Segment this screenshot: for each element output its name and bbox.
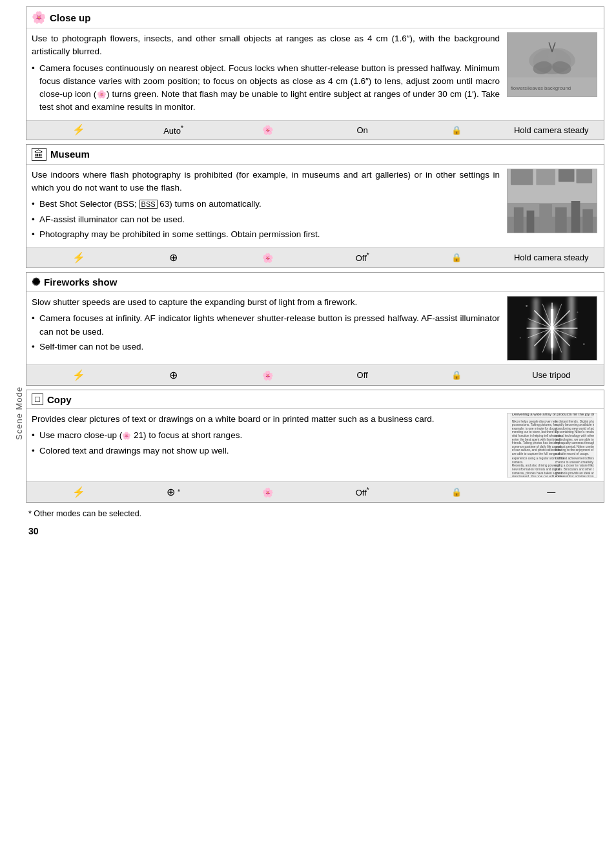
fireworks-vr-cell: 🔒: [409, 369, 504, 381]
copy-list: Use macro close-up (🌸 21) to focus at sh…: [32, 429, 500, 457]
close-up-flash-label-cell: Auto*: [126, 123, 220, 137]
macro-icon-museum: 🌸: [262, 253, 273, 263]
museum-bullet-3: Photography may be prohibited in some se…: [32, 228, 500, 241]
close-up-text: Use to photograph flowers, insects, and …: [32, 32, 500, 116]
copy-body: Provides clear pictures of text or drawi…: [26, 409, 604, 481]
copy-vr-label-cell: —: [504, 486, 599, 498]
copy-macro-label: Off*: [356, 487, 369, 498]
svg-rect-23: [571, 201, 580, 233]
svg-text:are able to capture the full r: are able to capture the full range of: [511, 452, 560, 456]
copy-para-1: Provides clear pictures of text or drawi…: [32, 413, 500, 426]
copy-vr-label: —: [547, 487, 555, 497]
copy-macro-cell: 🌸: [221, 486, 315, 499]
museum-photo: [507, 169, 597, 233]
svg-point-46: [519, 337, 520, 339]
svg-point-45: [577, 311, 578, 313]
svg-rect-12: [510, 169, 533, 185]
svg-text:ulars. Binoculars and other ob: ulars. Binoculars and other observa-: [555, 468, 593, 471]
close-up-status-bar: ⚡ Auto* 🌸 On 🔒 Hold camera steady: [26, 120, 604, 140]
fireworks-vr-label: Use tripod: [532, 370, 570, 380]
copy-text: Provides clear pictures of text or drawi…: [32, 413, 500, 477]
vr-icon-copy: 🔒: [451, 487, 462, 497]
flash-icon-fireworks: ⚡: [72, 370, 85, 381]
fireworks-para-1: Slow shutter speeds are used to capture …: [32, 296, 500, 309]
close-up-vr-label-cell: Hold camera steady: [504, 124, 599, 136]
museum-macro-label-cell: Off*: [315, 251, 409, 264]
svg-text:product period. Nikon continue: product period. Nikon continues con-: [555, 445, 593, 448]
svg-text:technologies, we are able to p: technologies, we are able to provide: [555, 438, 593, 441]
svg-text:Nikon helps people discover ne: Nikon helps people discover new: [511, 420, 557, 423]
svg-rect-21: [539, 204, 552, 233]
vr-icon-museum: 🔒: [451, 253, 462, 262]
copy-section: □ Copy Provides clear pictures of text o…: [26, 390, 604, 503]
museum-header: 🏛 Museum: [26, 145, 604, 165]
fireworks-bullet-2: Self-timer can not be used.: [32, 341, 500, 353]
museum-vr-label-cell: Hold camera steady: [504, 251, 599, 264]
fireworks-flash-label-cell: ⊕: [126, 368, 220, 383]
copy-macro-label-cell: Off*: [315, 485, 409, 499]
svg-text:aging a closer to nature Nikon: aging a closer to nature Nikon binoc-: [555, 465, 593, 468]
copy-icon: □: [32, 393, 43, 405]
close-up-list: Camera focuses continuously on nearest o…: [32, 62, 500, 114]
fireworks-body: Slow shutter speeds are used to capture …: [26, 292, 604, 364]
museum-body: Use indoors where flash photography is p…: [26, 165, 604, 247]
svg-text:In distant friends. Digital ph: In distant friends. Digital photos are: [555, 420, 593, 423]
page-wrapper: Scene Mode 🌸 Close up Use to photograph …: [12, 6, 604, 821]
svg-rect-16: [508, 203, 597, 204]
fireworks-text: Slow shutter speeds are used to capture …: [32, 296, 500, 361]
close-up-flash-cell: ⚡: [32, 123, 126, 136]
fireworks-macro-cell: 🌸: [221, 369, 315, 382]
vr-icon: 🔒: [451, 125, 462, 135]
copy-title: Copy: [47, 394, 72, 405]
museum-text: Use indoors where flash photography is p…: [32, 169, 500, 243]
museum-vr-cell: 🔒: [409, 251, 504, 264]
vr-icon-fireworks: 🔒: [451, 370, 462, 380]
svg-text:tributing to the enjoyment of : tributing to the enjoyment of life in a: [555, 448, 593, 452]
fireworks-flash-cell: ⚡: [32, 369, 126, 382]
svg-text:flowers/leaves background: flowers/leaves background: [510, 85, 570, 91]
copy-flash-label: ⊕: [167, 486, 175, 498]
svg-text:Recently, and also driving pow: Recently, and also driving power of: [511, 465, 560, 468]
museum-flash-label-cell: ⊕: [126, 250, 220, 265]
copy-status-bar: ⚡ ⊕* 🌸 Off* 🔒 —: [26, 481, 604, 502]
fireworks-flash-label: ⊕: [169, 369, 178, 381]
fireworks-title: Fireworks show: [44, 277, 117, 288]
svg-text:new information formats and di: new information formats and digital: [511, 468, 560, 471]
close-up-bullet-1: Camera focuses continuously on nearest o…: [32, 62, 500, 114]
close-up-section: 🌸 Close up Use to photograph flowers, in…: [26, 6, 604, 140]
museum-flash-cell: ⚡: [32, 251, 126, 264]
svg-text:tion tools provide an ideal an: tion tools provide an ideal answer to: [555, 472, 593, 475]
fireworks-macro-label-cell: Off: [315, 369, 409, 381]
copy-image: Delivering a wide array of products for …: [505, 413, 599, 477]
butterfly-image: flowers/leaves background: [507, 32, 597, 97]
fireworks-status-bar: ⚡ ⊕ 🌸 Off 🔒 Use tripod: [26, 364, 604, 385]
side-label: Scene Mode: [12, 6, 26, 821]
page-number: 30: [26, 526, 604, 536]
close-up-macro-label-cell: On: [315, 124, 409, 136]
svg-point-42: [550, 326, 554, 330]
fireworks-bullet-1: Camera focuses at infinity. AF indicator…: [32, 312, 500, 339]
copy-header: □ Copy: [26, 390, 604, 409]
svg-rect-19: [513, 207, 523, 233]
close-up-flash-label: Auto*: [163, 125, 183, 136]
svg-text:menting our to-store, but ther: menting our to-store, but there's a: [511, 431, 558, 434]
fireworks-icon: ✺: [32, 276, 40, 288]
svg-rect-14: [558, 169, 574, 182]
flash-icon-copy: ⚡: [72, 487, 85, 498]
copy-vr-cell: 🔒: [409, 486, 504, 498]
close-up-vr-cell: 🔒: [409, 124, 504, 136]
copy-bullet-1: Use macro close-up (🌸 21) to focus at sh…: [32, 429, 500, 442]
close-up-macro-cell: 🌸: [221, 123, 315, 136]
svg-text:camera.: camera.: [511, 461, 522, 464]
museum-status-bar: ⚡ ⊕ 🌸 Off* 🔒 Hold camera steady: [26, 247, 604, 267]
svg-text:possessions. Taking pictures, : possessions. Taking pictures, for: [511, 423, 557, 426]
svg-point-47: [582, 343, 584, 345]
museum-list: Best Shot Selector (BSS; BSS 63) turns o…: [32, 198, 500, 241]
close-up-icon: 🌸: [32, 10, 46, 25]
flash-icon: ⚡: [72, 125, 85, 135]
footnote: * Other modes can be selected.: [26, 509, 604, 518]
macro-icon-fireworks: 🌸: [262, 370, 273, 381]
svg-text:of our culture, and photo coll: of our culture, and photo collections: [511, 448, 561, 452]
svg-text:high quality cameras throughou: high quality cameras throughout the: [555, 441, 593, 445]
museum-image: [505, 169, 599, 243]
